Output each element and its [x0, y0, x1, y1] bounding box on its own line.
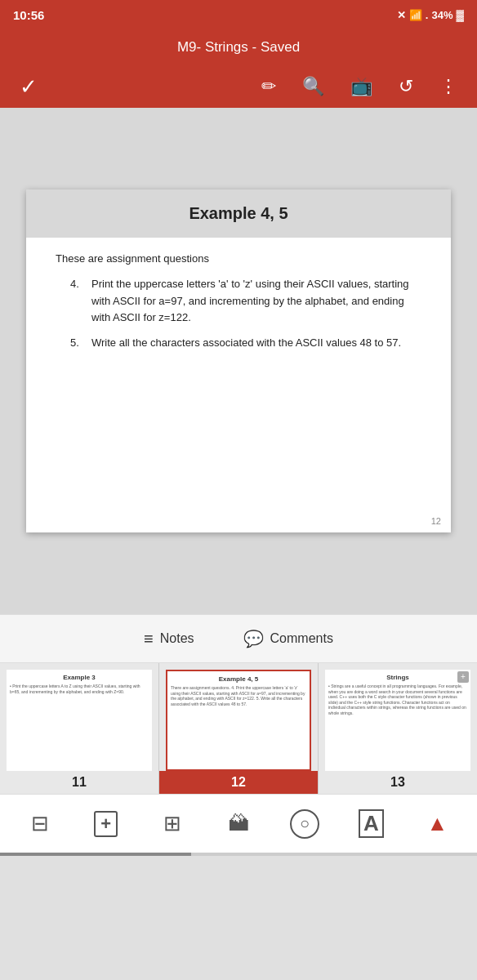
doc-body: These are assignment questions 4. Print … — [56, 251, 421, 352]
image-button[interactable]: 🏔 — [216, 801, 261, 847]
check-button[interactable]: ✓ — [20, 74, 38, 100]
page-number: 12 — [431, 516, 441, 526]
thumb-number-11: 11 — [0, 771, 158, 794]
list-item-4: 4. Print the uppercase letters 'a' to 'z… — [70, 276, 421, 327]
battery-icon: ▓ — [457, 9, 464, 21]
list-text-5: Write all the characters associated with… — [91, 335, 401, 352]
notes-label: Notes — [160, 631, 194, 646]
list-item-5: 5. Write all the characters associated w… — [70, 335, 421, 352]
doc-intro: These are assignment questions — [56, 251, 421, 268]
thumb-number-12: 12 — [159, 771, 318, 794]
toolbar-right-icons: ✏ 🔍 📺 ↺ ⋮ — [261, 76, 457, 97]
thumbnail-13[interactable]: Strings • Strings are a useful concept i… — [319, 663, 477, 794]
comments-label: Comments — [270, 631, 333, 646]
search-button[interactable]: 🔍 — [302, 76, 324, 97]
text-icon: A — [359, 809, 384, 838]
text-button[interactable]: A — [348, 801, 394, 847]
main-content-area: Example 4, 5 These are assignment questi… — [0, 108, 477, 614]
notes-button[interactable]: ≡ Notes — [144, 630, 194, 648]
thumb-preview-11: Example 3 • Print the uppercase letters … — [7, 670, 152, 771]
list-text-4: Print the uppercase letters 'a' to 'z' u… — [91, 276, 421, 327]
more-options-button[interactable]: ⋮ — [439, 76, 457, 97]
image-icon: 🏔 — [228, 811, 249, 836]
thumbnail-12[interactable]: Example 4, 5 There are assignment questi… — [159, 663, 319, 794]
bottom-toolbar: ⊟ + ⊞ 🏔 ○ A ▲ — [0, 794, 477, 853]
toolbar: ✓ ✏ 🔍 📺 ↺ ⋮ — [0, 65, 477, 108]
notes-icon: ≡ — [144, 630, 154, 648]
network-icon: . — [426, 9, 429, 21]
status-icons: ✕ 📶 . 34% ▓ — [397, 9, 464, 21]
thumb-text-13: • Strings are a useful concept in all pr… — [328, 684, 467, 715]
thumb-title-12: Example 4, 5 — [171, 675, 306, 684]
thumb-text-11: • Print the uppercase letters A to Z usi… — [10, 684, 149, 694]
arrow-up-button[interactable]: ▲ — [414, 801, 460, 847]
toolbar-left: ✓ — [20, 74, 38, 100]
document-title: M9- Strings - Saved — [177, 39, 300, 56]
doc-list: 4. Print the uppercase letters 'a' to 'z… — [70, 276, 421, 352]
list-number-5: 5. — [70, 335, 85, 352]
progress-fill — [0, 853, 191, 856]
pen-button[interactable]: ✏ — [261, 76, 276, 97]
present-button[interactable]: 📺 — [350, 76, 372, 97]
camera-button[interactable]: ○ — [282, 801, 328, 847]
doc-title: Example 4, 5 — [189, 204, 288, 222]
comments-button[interactable]: 💬 Comments — [243, 629, 333, 648]
time-display: 10:56 — [13, 8, 44, 22]
slides-view-button[interactable]: ⊟ — [17, 801, 63, 847]
grid-view-button[interactable]: ⊞ — [149, 801, 195, 847]
status-bar: 10:56 ✕ 📶 . 34% ▓ — [0, 0, 477, 29]
notes-comments-bar: ≡ Notes 💬 Comments — [0, 614, 477, 663]
thumbnails-area: Example 3 • Print the uppercase letters … — [0, 663, 477, 794]
wifi-icon: 📶 — [409, 9, 422, 21]
title-bar: M9- Strings - Saved — [0, 29, 477, 65]
slides-icon: ⊟ — [31, 811, 49, 836]
document-page: Example 4, 5 These are assignment questi… — [26, 189, 451, 532]
add-slide-button[interactable]: + — [83, 801, 129, 847]
arrow-up-icon: ▲ — [427, 811, 448, 836]
comments-icon: 💬 — [243, 629, 264, 648]
battery-display: 34% — [431, 9, 452, 21]
add-icon[interactable]: + — [457, 671, 469, 683]
list-number-4: 4. — [70, 276, 85, 327]
thumb-number-13: 13 — [319, 771, 477, 794]
thumb-title-11: Example 3 — [10, 673, 149, 682]
undo-button[interactable]: ↺ — [399, 76, 413, 97]
doc-header: Example 4, 5 — [26, 189, 451, 238]
thumb-preview-13: Strings • Strings are a useful concept i… — [325, 670, 470, 771]
add-slide-icon: + — [94, 811, 118, 837]
thumb-preview-12: Example 4, 5 There are assignment questi… — [166, 670, 311, 771]
thumb-title-13: Strings — [328, 673, 467, 682]
grid-icon: ⊞ — [163, 811, 181, 836]
signal-icon: ✕ — [397, 9, 406, 21]
bottom-progress-bar — [0, 853, 477, 856]
thumbnail-11[interactable]: Example 3 • Print the uppercase letters … — [0, 663, 159, 794]
camera-icon: ○ — [290, 809, 319, 839]
thumb-text-12: There are assignment questions. 4. Print… — [171, 685, 306, 706]
